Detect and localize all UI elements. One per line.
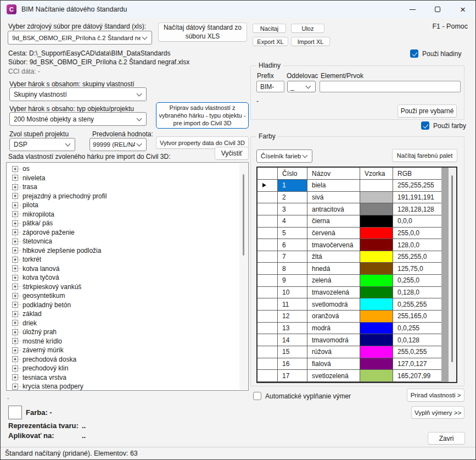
- element-input[interactable]: [320, 81, 461, 92]
- expand-plus-icon[interactable]: [12, 265, 18, 271]
- source-file-combo[interactable]: 9d_BSK_OBMO_EIR_Príloha č.2 Štandard neg: [8, 31, 152, 45]
- tree-item[interactable]: os: [7, 164, 239, 174]
- expand-plus-icon[interactable]: [12, 347, 18, 353]
- clear-button[interactable]: Vyčistiť: [215, 147, 249, 160]
- expand-plus-icon[interactable]: [12, 374, 18, 380]
- tree-item[interactable]: prechodový klin: [7, 364, 239, 373]
- tree-item[interactable]: pilota: [7, 201, 239, 210]
- load-palette-button[interactable]: Načítaj farebnú palet: [392, 149, 457, 162]
- expand-plus-icon[interactable]: [12, 275, 18, 281]
- use-colors-checkbox[interactable]: Použi farby: [421, 121, 466, 130]
- prefix-input[interactable]: BIM-: [256, 81, 284, 92]
- tree-scrollbar[interactable]: [239, 163, 248, 390]
- expand-plus-icon[interactable]: [12, 356, 18, 362]
- tree-scrollbar-thumb[interactable]: [243, 174, 244, 256]
- expand-plus-icon[interactable]: [12, 247, 18, 253]
- auto-fill-checkbox[interactable]: Automatické vyplňanie výmer: [253, 392, 351, 400]
- expand-plus-icon[interactable]: [12, 329, 18, 335]
- tree-item[interactable]: trasa: [7, 182, 239, 192]
- table-scrollbar-thumb[interactable]: [451, 175, 453, 362]
- tree-item[interactable]: krycia stena podpery: [7, 382, 239, 391]
- shape-representation-value: ..: [82, 422, 86, 430]
- tree-item[interactable]: niveleta: [7, 174, 239, 183]
- color-table-row[interactable]: 15 rúžová 255,0,255: [257, 346, 456, 358]
- table-scrollbar[interactable]: [449, 168, 456, 382]
- expand-plus-icon[interactable]: [12, 229, 18, 235]
- tree-item[interactable]: podkladný betón: [7, 301, 239, 310]
- tree-item[interactable]: záporové paženie: [7, 228, 239, 237]
- color-table-row[interactable]: 6 tmavočervená 128,0,0: [257, 239, 456, 251]
- tree-item[interactable]: kotva lanová: [7, 264, 239, 274]
- separator-combo[interactable]: _: [287, 81, 316, 92]
- tree-item[interactable]: geosyntetikum: [7, 291, 239, 301]
- project-stage-combo[interactable]: DSP: [9, 138, 75, 151]
- load-xls-button[interactable]: Načítaj dátový štandard zo súboru XLS: [158, 23, 247, 42]
- tree-item[interactable]: driek: [7, 319, 239, 328]
- color-table-row[interactable]: 12 oranžová 255,165,0: [257, 311, 456, 323]
- tree-item[interactable]: mostné krídlo: [7, 337, 239, 346]
- tree-item[interactable]: hlbkové zlepšenie podložia: [7, 246, 239, 256]
- tree-item[interactable]: štrkpieskový vankúš: [7, 282, 239, 292]
- assign-properties-button[interactable]: Prirad vlastnosti >: [407, 389, 464, 402]
- color-table-row[interactable]: 8 hnedá 125,75,0: [257, 263, 456, 275]
- expand-plus-icon[interactable]: [12, 284, 18, 290]
- expand-plus-icon[interactable]: [12, 384, 18, 390]
- expand-plus-icon[interactable]: [12, 166, 18, 172]
- expand-plus-icon[interactable]: [12, 293, 18, 299]
- prepare-property-set-button[interactable]: Priprav sadu vlastností z vybraného hárk…: [156, 102, 249, 129]
- tree-item[interactable]: torkrét: [7, 255, 239, 264]
- color-table-row[interactable]: 4 čierna 0,0,0: [257, 215, 456, 228]
- color-table-row[interactable]: 17 svetlozelená 165,207,99: [257, 370, 456, 382]
- tree-item[interactable]: prejazdný a priechodný profil: [7, 192, 239, 201]
- minimize-button[interactable]: [400, 1, 425, 18]
- expand-plus-icon[interactable]: [12, 311, 18, 317]
- color-table-row[interactable]: 13 modrá 0,0,255: [257, 323, 456, 335]
- tree-item[interactable]: prechodová doska: [7, 355, 239, 364]
- close-button[interactable]: ×: [450, 1, 475, 18]
- expand-plus-icon[interactable]: [12, 239, 18, 245]
- color-table-row[interactable]: 7 žltá 255,255,0: [257, 251, 456, 263]
- expand-plus-icon[interactable]: [12, 365, 18, 372]
- tree-item[interactable]: úložný prah: [7, 328, 239, 337]
- maximize-button[interactable]: [425, 1, 450, 18]
- expand-plus-icon[interactable]: [12, 320, 18, 326]
- color-list-combo[interactable]: Číselník farieb: [256, 149, 312, 163]
- export-xl-button[interactable]: Export XL: [253, 37, 288, 46]
- tree-item[interactable]: štetovnica: [7, 237, 239, 246]
- tree-item[interactable]: záverný múrik: [7, 346, 239, 355]
- tree-item[interactable]: kotva tyčová: [7, 273, 239, 282]
- color-table-row[interactable]: 16 fialová 127,0,127: [257, 358, 456, 370]
- expand-plus-icon[interactable]: [12, 184, 18, 190]
- color-table-row[interactable]: 5 červená 255,0,0: [257, 228, 456, 240]
- expand-plus-icon[interactable]: [12, 338, 18, 344]
- color-table-row[interactable]: 9 zelená 0,255,0: [257, 275, 456, 287]
- expand-plus-icon[interactable]: [12, 211, 18, 217]
- color-table-row[interactable]: 3 antracitová 128,128,128: [257, 203, 456, 215]
- expand-plus-icon[interactable]: [12, 202, 18, 208]
- color-table-row[interactable]: 1 biela 255,255,255: [257, 180, 456, 192]
- tree-item[interactable]: základ: [7, 309, 239, 319]
- default-value-combo[interactable]: 99999 (REL/NA): [89, 138, 147, 151]
- expand-plus-icon[interactable]: [12, 302, 18, 308]
- type-sheet-combo[interactable]: 200 Mostné objekty a steny: [9, 112, 147, 126]
- tree-item[interactable]: pätka/ pás: [7, 219, 239, 228]
- expand-plus-icon[interactable]: [12, 257, 18, 263]
- groups-sheet-combo[interactable]: Skupiny vlastností: [9, 87, 147, 101]
- color-table-row[interactable]: 2 sivá 191,191,191: [257, 192, 456, 204]
- expand-plus-icon[interactable]: [12, 220, 18, 226]
- use-layers-checkbox[interactable]: Použi hladiny: [410, 49, 461, 58]
- expand-plus-icon[interactable]: [12, 175, 18, 181]
- tree-item[interactable]: mikropilota: [7, 210, 239, 219]
- color-table-row[interactable]: 10 tmavozelená 0,128,0: [257, 287, 456, 299]
- color-table-row[interactable]: 14 tmavomodrá 0,0,128: [257, 334, 456, 346]
- color-table-row[interactable]: 11 svetlomodrá 0,255,255: [257, 298, 456, 311]
- tree-dash-line: [18, 350, 21, 351]
- fill-dimensions-button[interactable]: Vyplň výmery >>: [411, 406, 464, 419]
- import-xl-button[interactable]: Import XL: [291, 37, 330, 46]
- expand-plus-icon[interactable]: [12, 193, 18, 199]
- save-button[interactable]: Uloz: [291, 24, 324, 33]
- close-dialog-button[interactable]: Zavri: [428, 432, 465, 445]
- load-button[interactable]: Nacitaj: [253, 24, 286, 33]
- apply-selected-button[interactable]: Použi pre vybarné: [397, 104, 457, 118]
- tree-item[interactable]: tesniaca vrstva: [7, 373, 239, 383]
